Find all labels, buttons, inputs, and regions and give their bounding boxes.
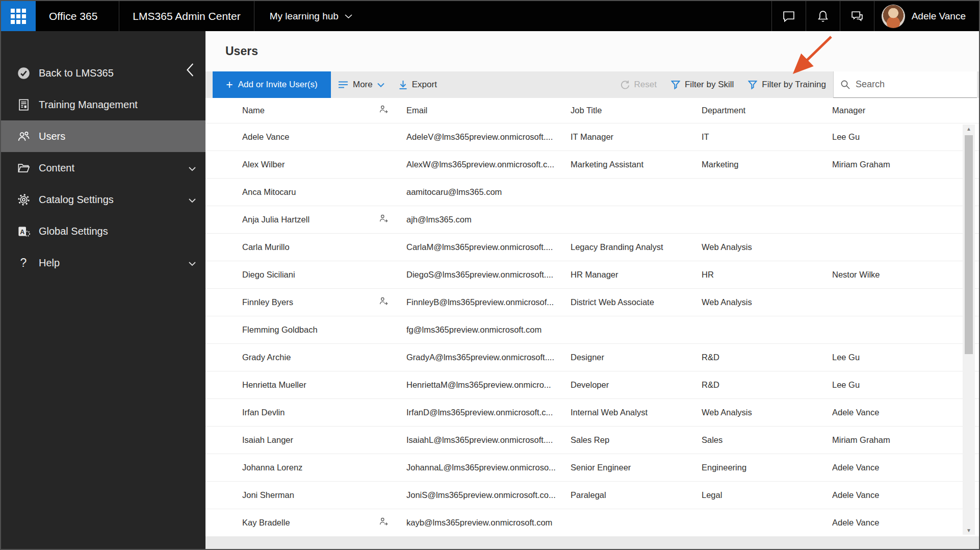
- department-cell: HR: [702, 270, 832, 280]
- job-title-cell: Legacy Branding Analyst: [571, 242, 702, 252]
- chat-icon[interactable]: [772, 1, 806, 31]
- email-cell: DiegoS@lms365preview.onmicrosoft....: [406, 270, 571, 280]
- email-cell: JoniS@lms365preview.onmicrosoft.co...: [406, 490, 571, 500]
- download-icon: [399, 80, 407, 90]
- user-name-cell: Carla Murillo: [242, 242, 378, 252]
- table-row[interactable]: Finnley Byers FinnleyB@lms365preview.onm…: [205, 289, 979, 316]
- email-cell: FinnleyB@lms365preview.onmicrosof...: [406, 297, 571, 307]
- filter-by-training-button[interactable]: Filter by Training: [741, 71, 833, 98]
- more-button[interactable]: More: [331, 71, 392, 98]
- sidebar-item-content[interactable]: Content: [1, 152, 205, 184]
- table-row[interactable]: Diego Siciliani DiegoS@lms365preview.onm…: [205, 261, 979, 289]
- email-cell: AlexW@lms365preview.onmicrosoft.c...: [406, 160, 571, 169]
- user-name-cell: Anja Julia Hartzell: [242, 215, 378, 224]
- chevron-down-icon: [188, 164, 196, 172]
- table-row[interactable]: Irfan Devlin IrfanD@lms365preview.onmicr…: [205, 399, 979, 427]
- table-row[interactable]: Anja Julia Hartzell ajh@lms365.com: [205, 206, 979, 234]
- bell-icon[interactable]: [806, 1, 840, 31]
- top-bar: Office 365 LMS365 Admin Center My learni…: [1, 1, 979, 31]
- feedback-icon[interactable]: [840, 1, 874, 31]
- department-cell: Web Analysis: [702, 408, 832, 417]
- user-name-cell: Joni Sherman: [242, 490, 378, 500]
- export-button[interactable]: Export: [392, 71, 444, 98]
- hub-menu[interactable]: My learning hub: [270, 11, 352, 22]
- manager-cell: Miriam Graham: [832, 160, 979, 169]
- scrollbar-thumb[interactable]: [965, 135, 973, 354]
- table-row[interactable]: Kay Bradelle kayb@lms365preview.onmicros…: [205, 509, 979, 537]
- user-name-cell: Johanna Lorenz: [242, 463, 378, 472]
- job-title-cell: Designer: [571, 353, 702, 362]
- user-name-cell: Adele Vance: [242, 132, 378, 142]
- search-input[interactable]: [856, 79, 958, 90]
- department-cell: R&D: [702, 353, 832, 362]
- scroll-up-icon[interactable]: ▲: [963, 124, 975, 133]
- manager-cell: Adele Vance: [832, 518, 979, 528]
- sidebar-collapse-button[interactable]: [184, 62, 197, 80]
- reset-button[interactable]: Reset: [612, 71, 664, 98]
- job-title-cell: Developer: [571, 380, 702, 390]
- reset-refresh-icon: [620, 80, 630, 90]
- department-cell: R&D: [702, 380, 832, 390]
- sidebar-item-users[interactable]: Users: [1, 120, 205, 152]
- table-row[interactable]: Joni Sherman JoniS@lms365preview.onmicro…: [205, 482, 979, 509]
- column-header-manager[interactable]: Manager: [832, 106, 979, 115]
- email-cell: JohannaL@lms365preview.onmicroso...: [406, 463, 571, 472]
- department-cell: IT: [702, 132, 832, 142]
- sidebar-item-label: Catalog Settings: [39, 194, 188, 206]
- column-header-job-title[interactable]: Job Title: [571, 106, 702, 115]
- table-row[interactable]: Grady Archie GradyA@lms365preview.onmicr…: [205, 344, 979, 371]
- job-title-cell: District Web Associate: [571, 297, 702, 307]
- waffle-grid-icon: [11, 9, 26, 24]
- table-row[interactable]: Flemming Goldbach fg@lms365preview.onmic…: [205, 316, 979, 344]
- people-icon: [16, 129, 31, 143]
- page-header: Users: [205, 31, 979, 71]
- job-title-cell: IT Manager: [571, 132, 702, 142]
- office-365-brand[interactable]: Office 365: [36, 10, 119, 22]
- sidebar-item-back-to-lms365[interactable]: Back to LMS365: [1, 57, 205, 89]
- scroll-down-icon[interactable]: ▼: [963, 526, 975, 535]
- vertical-scrollbar[interactable]: ▲ ▼: [963, 124, 975, 535]
- job-title-cell: HR Manager: [571, 270, 702, 280]
- guest-user-icon: [378, 516, 406, 529]
- question-icon: ?: [16, 256, 31, 270]
- person-arrow-icon: [378, 104, 406, 117]
- filter-by-skill-button[interactable]: Filter by Skill: [664, 71, 741, 98]
- user-avatar[interactable]: [882, 5, 905, 28]
- table-row[interactable]: Isaiah Langer IsaiahL@lms365preview.onmi…: [205, 427, 979, 454]
- manager-cell: Adele Vance: [832, 490, 979, 500]
- manager-cell: Lee Gu: [832, 353, 979, 362]
- department-cell: Marketing: [702, 160, 832, 169]
- sidebar: Back to LMS365 Training Management Users: [1, 31, 205, 549]
- user-name-cell: Irfan Devlin: [242, 408, 378, 417]
- table-row[interactable]: Carla Murillo CarlaM@lms365preview.onmic…: [205, 234, 979, 261]
- manager-cell: Lee Gu: [832, 132, 979, 142]
- table-row[interactable]: Alex Wilber AlexW@lms365preview.onmicros…: [205, 151, 979, 179]
- global-settings-icon: A: [16, 224, 31, 238]
- svg-text:A: A: [20, 228, 24, 235]
- sidebar-item-help[interactable]: ? Help: [1, 247, 205, 279]
- department-cell: Web Analysis: [702, 242, 832, 252]
- table-row[interactable]: Adele Vance AdeleV@lms365preview.onmicro…: [205, 123, 979, 151]
- sidebar-item-global-settings[interactable]: A Global Settings: [1, 215, 205, 247]
- column-header-name[interactable]: Name: [242, 106, 378, 115]
- sidebar-item-label: Users: [39, 131, 196, 142]
- column-header-email[interactable]: Email: [406, 106, 571, 115]
- sidebar-item-label: Training Management: [39, 99, 196, 111]
- user-name-cell: Alex Wilber: [242, 160, 378, 169]
- app-launcher-icon[interactable]: [1, 1, 36, 31]
- hub-menu-label: My learning hub: [270, 11, 339, 22]
- table-row[interactable]: Johanna Lorenz JohannaL@lms365preview.on…: [205, 454, 979, 482]
- table-row[interactable]: Henrietta Mueller HenriettaM@lms365previ…: [205, 371, 979, 399]
- table-row[interactable]: Anca Mitocaru aamitocaru@lms365.com: [205, 179, 979, 206]
- sidebar-item-training-management[interactable]: Training Management: [1, 89, 205, 120]
- manager-cell: Nestor Wilke: [832, 270, 979, 280]
- user-name[interactable]: Adele Vance: [912, 11, 979, 22]
- sidebar-item-catalog-settings[interactable]: Catalog Settings: [1, 184, 205, 215]
- column-header-department[interactable]: Department: [702, 106, 832, 115]
- chevron-down-icon: [345, 14, 352, 19]
- table-header-row: Name Email Job Title Department Manager: [205, 98, 979, 123]
- add-or-invite-users-button[interactable]: + Add or Invite User(s): [213, 71, 331, 98]
- manager-cell: Miriam Graham: [832, 435, 979, 445]
- email-cell: IrfanD@lms365preview.onmicrosoft.c...: [406, 408, 571, 417]
- sidebar-item-label: Help: [39, 257, 188, 269]
